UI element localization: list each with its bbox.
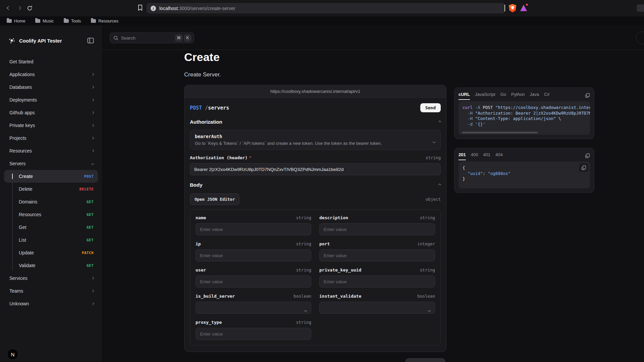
notification-dot	[525, 3, 529, 6]
sidebar-item-private-keys[interactable]: Private keys	[0, 119, 102, 132]
copy-icon[interactable]	[585, 153, 590, 160]
bookmark-folder-tools[interactable]: Tools	[64, 19, 81, 23]
field-input-description[interactable]	[319, 223, 435, 235]
main-content: Create Create Server. https://coolboxy.s…	[102, 50, 644, 362]
field-type: integer	[417, 241, 435, 246]
search-input[interactable]: Search ⌘K	[110, 33, 194, 43]
body-section-header[interactable]: Body	[190, 182, 441, 188]
code-sample-card: cURLJavaScriptGoPythonJavaC# curl -X POS…	[454, 87, 594, 139]
field-input-proxy_type[interactable]	[196, 328, 311, 340]
field-input-private_key_uuid[interactable]	[319, 276, 435, 288]
sidebar-endpoint-get[interactable]: GetGET	[4, 221, 98, 234]
field-is_build_server: is_build_serverboolean	[196, 294, 311, 314]
browser-menu-icon[interactable]	[637, 4, 644, 12]
response-tabs: 201400401404	[459, 152, 590, 160]
auth-header-input[interactable]	[190, 163, 441, 175]
code-tab-c-[interactable]: C#	[544, 92, 550, 100]
open-json-editor-button[interactable]: Open JSON Editor	[190, 193, 239, 205]
code-line: -H "Content-Type: application/json" \	[463, 116, 586, 122]
field-ip: ipstring	[196, 241, 311, 261]
browser-back-button[interactable]	[5, 5, 12, 11]
sidebar-item-unknown[interactable]: Unknown	[0, 297, 102, 310]
sidebar-endpoint-delete[interactable]: DeleteDELETE	[4, 183, 98, 195]
field-select-is_build_server[interactable]	[196, 302, 311, 314]
field-input-port[interactable]	[319, 249, 435, 261]
field-type: string	[296, 215, 311, 220]
sidebar-item-label: Github apps	[9, 110, 35, 115]
field-input-ip[interactable]	[196, 249, 311, 261]
auth-header-label: Authorization (header)	[190, 155, 248, 160]
sidebar-endpoint-resources[interactable]: ResourcesGET	[4, 208, 98, 221]
response-tab-404[interactable]: 404	[495, 152, 503, 160]
sidebar-item-teams[interactable]: Teams	[0, 285, 102, 297]
sidebar-item-deployments[interactable]: Deployments	[0, 94, 102, 106]
bearer-auth-select[interactable]: bearerAuth Go to `Keys & Tokens` / `API …	[190, 130, 441, 150]
method-badge: GET	[87, 263, 94, 268]
sidebar-item-label: Resources	[9, 148, 32, 154]
field-head: descriptionstring	[319, 215, 435, 220]
sidebar-toggle-button[interactable]	[87, 38, 94, 44]
copy-icon[interactable]	[579, 163, 588, 172]
copy-icon[interactable]	[585, 93, 590, 100]
sidebar-item-projects[interactable]: Projects	[0, 132, 102, 144]
base-url: https://coolboxy.shadowarcanist.internal…	[184, 85, 446, 98]
bookmark-page-button[interactable]	[138, 4, 143, 11]
bookmark-folder-home[interactable]: Home	[7, 19, 25, 23]
bookmark-icon	[138, 4, 143, 11]
response-tab-400[interactable]: 400	[471, 152, 478, 160]
bookmark-label: Tools	[71, 19, 81, 23]
collapse-body-icon[interactable]	[439, 184, 441, 186]
toolbar-separator	[504, 5, 505, 11]
sidebar-item-resources[interactable]: Resources	[0, 144, 102, 157]
sidebar-item-services[interactable]: Services	[0, 272, 102, 285]
code-tab-javascript[interactable]: JavaScript	[475, 92, 495, 100]
chevron-right-icon	[92, 137, 94, 139]
panel-toggle-icon	[87, 38, 94, 44]
sidebar-item-get-started[interactable]: Get Started	[0, 55, 102, 68]
browser-forward-button[interactable]	[16, 5, 22, 11]
sidebar-endpoint-list[interactable]: ListGET	[4, 234, 98, 246]
code-line: }	[463, 176, 586, 182]
sidebar-item-github-apps[interactable]: Github apps	[0, 106, 102, 119]
field-select-instant_validate[interactable]	[319, 302, 435, 314]
browser-reload-button[interactable]	[26, 5, 33, 11]
response-block[interactable]: { "uuid": "og888os"}	[459, 162, 590, 188]
field-input-name[interactable]	[196, 223, 311, 235]
horizontal-scrollbar[interactable]	[462, 132, 538, 133]
app-topbar: Search ⌘K	[102, 25, 644, 50]
chevron-right-icon	[92, 290, 94, 292]
collapse-authorization-icon[interactable]	[439, 121, 441, 123]
sidebar-endpoint-domains[interactable]: DomainsGET	[4, 195, 98, 208]
code-tab-go[interactable]: Go	[500, 92, 506, 100]
bookmark-folder-resources[interactable]: Resources	[91, 19, 118, 23]
code-tab-python[interactable]: Python	[511, 92, 525, 100]
method-badge: POST	[84, 174, 94, 179]
sidebar-item-databases[interactable]: Databases	[0, 81, 102, 94]
address-bar[interactable]: i localhost:3000/servers/create-server	[147, 3, 505, 13]
site-info-icon[interactable]: i	[151, 6, 156, 11]
floating-action-partial[interactable]	[636, 32, 644, 44]
search-icon	[113, 36, 118, 41]
sidebar-endpoint-validate[interactable]: ValidateGET	[4, 259, 98, 272]
brave-shield-icon[interactable]	[508, 4, 517, 12]
method-badge: GET	[87, 225, 94, 230]
sidebar-item-label: Servers	[9, 161, 25, 166]
url-path: :3000/servers/create-server	[178, 6, 235, 11]
code-block[interactable]: curl -X POST "https://coolboxy.shadowarc…	[459, 101, 590, 135]
field-label: port	[319, 241, 330, 246]
code-tab-java[interactable]: Java	[530, 92, 539, 100]
field-input-user[interactable]	[196, 276, 311, 288]
avatar[interactable]: N	[7, 349, 18, 360]
bookmark-folder-music[interactable]: Music	[35, 19, 54, 23]
sidebar-endpoint-create[interactable]: CreatePOST	[4, 170, 98, 183]
authorization-section-header[interactable]: Authorization	[190, 119, 441, 125]
response-tab-201[interactable]: 201	[459, 152, 466, 160]
sidebar-item-servers[interactable]: Servers	[0, 157, 102, 170]
send-button[interactable]: Send	[420, 103, 441, 112]
code-tab-curl[interactable]: cURL	[459, 92, 470, 100]
sidebar-item-label: Teams	[9, 288, 23, 294]
sidebar-endpoint-update[interactable]: UpdatePATCH	[4, 246, 98, 259]
response-tab-401[interactable]: 401	[483, 152, 490, 160]
sidebar-item-applications[interactable]: Applications	[0, 68, 102, 81]
next-page-button-partial[interactable]	[406, 358, 445, 362]
